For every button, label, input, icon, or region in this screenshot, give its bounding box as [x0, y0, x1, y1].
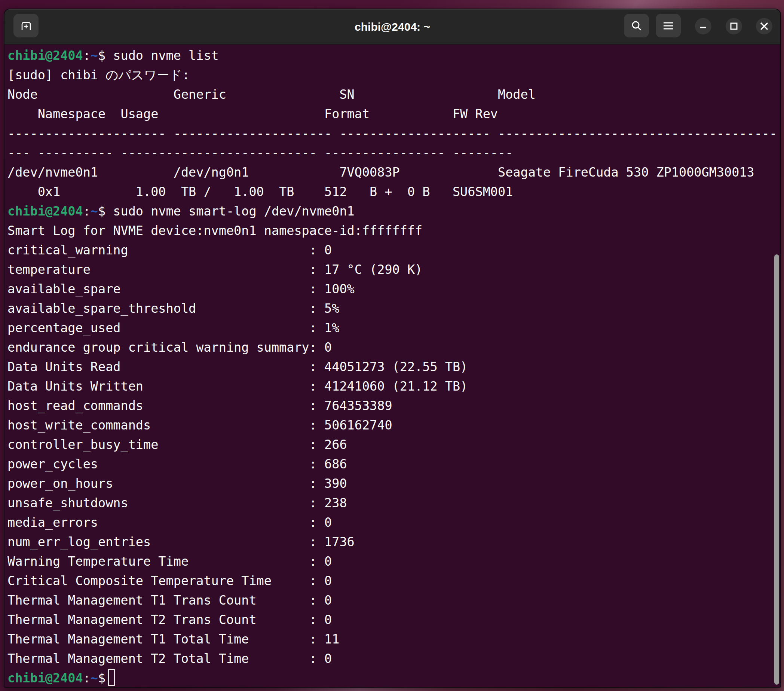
- terminal-line: Data Units Read : 44051273 (22.55 TB): [8, 357, 780, 377]
- terminal-text: temperature : 17 °C (290 K): [8, 262, 422, 277]
- terminal-text: available_spare_threshold : 5%: [8, 301, 339, 316]
- terminal-line: host_read_commands : 764353389: [8, 396, 780, 416]
- terminal-line: media_errors : 0: [8, 513, 780, 533]
- terminal-text: host_write_commands : 506162740: [8, 418, 392, 432]
- terminal-text: Warning Temperature Time : 0: [8, 554, 332, 569]
- terminal-text: $ sudo nvme list: [98, 48, 219, 63]
- terminal-line: Thermal Management T2 Total Time : 0: [8, 649, 780, 668]
- terminal-text: $ sudo nvme smart-log /dev/nvme0n1: [98, 204, 354, 218]
- terminal-window: chibi@2404: ~: [4, 8, 781, 688]
- close-icon: [759, 21, 769, 31]
- terminal-line: Data Units Written : 41241060 (21.12 TB): [8, 377, 780, 396]
- maximize-icon: [729, 21, 739, 31]
- terminal-line: available_spare_threshold : 5%: [8, 299, 780, 318]
- scrollbar-thumb[interactable]: [774, 254, 779, 684]
- menu-button[interactable]: [656, 14, 681, 38]
- maximize-button[interactable]: [726, 18, 742, 35]
- terminal-text: :: [83, 48, 91, 63]
- terminal-text: Smart Log for NVME device:nvme0n1 namesp…: [8, 223, 422, 238]
- terminal-text: Thermal Management T1 Total Time : 11: [8, 632, 339, 646]
- terminal-line: Warning Temperature Time : 0: [8, 552, 780, 571]
- terminal-text: ~: [91, 671, 98, 685]
- terminal-line: available_spare : 100%: [8, 279, 780, 299]
- terminal-line: num_err_log_entries : 1736: [8, 533, 780, 552]
- terminal-text: Node Generic SN Model: [8, 87, 535, 102]
- terminal-line: Thermal Management T1 Trans Count : 0: [8, 591, 780, 610]
- terminal-text: --- ---------- -------------------------…: [8, 145, 513, 160]
- terminal-text: percentage_used : 1%: [8, 321, 339, 335]
- terminal-text: ~: [91, 204, 98, 218]
- terminal-text: Critical Composite Temperature Time : 0: [8, 574, 332, 588]
- terminal-text: [sudo] chibi のパスワード:: [8, 68, 189, 82]
- terminal-text: /dev/nvme0n1 /dev/ng0n1 7VQ0083P Seagate…: [8, 165, 754, 180]
- terminal-text: :: [83, 204, 91, 218]
- terminal-line: endurance group critical warning summary…: [8, 338, 780, 357]
- terminal-text: Data Units Read : 44051273 (22.55 TB): [8, 360, 468, 374]
- terminal-text: endurance group critical warning summary…: [8, 340, 332, 355]
- desktop-wallpaper: { "window": { "title": "chibi@2404: ~" }…: [0, 0, 784, 691]
- titlebar[interactable]: chibi@2404: ~: [5, 9, 780, 45]
- terminal-line: Thermal Management T2 Trans Count : 0: [8, 610, 780, 630]
- terminal-line: /dev/nvme0n1 /dev/ng0n1 7VQ0083P Seagate…: [8, 163, 780, 182]
- terminal-text: Thermal Management T2 Trans Count : 0: [8, 612, 332, 627]
- menu-icon: [662, 20, 674, 32]
- terminal-content[interactable]: chibi@2404:~$ sudo nvme list[sudo] chibi…: [5, 45, 780, 687]
- search-icon: [631, 20, 642, 32]
- minimize-icon: [698, 21, 708, 31]
- terminal-text: --------------------- ------------------…: [8, 126, 777, 141]
- terminal-line: Critical Composite Temperature Time : 0: [8, 571, 780, 591]
- terminal-line: power_cycles : 686: [8, 455, 780, 474]
- terminal-line: chibi@2404:~$ sudo nvme list: [8, 46, 780, 66]
- terminal-text: ~: [91, 48, 98, 63]
- terminal-text: num_err_log_entries : 1736: [8, 534, 354, 549]
- terminal-text: available_spare : 100%: [8, 282, 354, 296]
- terminal-line: controller_busy_time : 266: [8, 435, 780, 455]
- terminal-line: Node Generic SN Model: [8, 85, 780, 104]
- terminal-text: critical_warning : 0: [8, 243, 332, 257]
- close-button[interactable]: [756, 18, 772, 35]
- terminal-line: 0x1 1.00 TB / 1.00 TB 512 B + 0 B SU6SM0…: [8, 182, 780, 202]
- terminal-text: 0x1 1.00 TB / 1.00 TB 512 B + 0 B SU6SM0…: [8, 185, 513, 199]
- terminal-line: [sudo] chibi のパスワード:: [8, 66, 780, 85]
- terminal-text: Thermal Management T1 Trans Count : 0: [8, 593, 332, 608]
- terminal-text: $: [98, 671, 105, 685]
- terminal-line: power_on_hours : 390: [8, 474, 780, 493]
- terminal-line: percentage_used : 1%: [8, 318, 780, 338]
- terminal-text: :: [83, 671, 91, 685]
- terminal-line: chibi@2404:~$: [8, 668, 780, 687]
- terminal-text: chibi@2404: [8, 204, 83, 218]
- terminal-line: --- ---------- -------------------------…: [8, 143, 780, 163]
- search-button[interactable]: [624, 14, 649, 38]
- terminal-line: --------------------- ------------------…: [8, 124, 780, 143]
- terminal-text: Data Units Written : 41241060 (21.12 TB): [8, 379, 468, 394]
- terminal-text: host_read_commands : 764353389: [8, 398, 392, 413]
- terminal-text: controller_busy_time : 266: [8, 437, 347, 452]
- terminal-line: Namespace Usage Format FW Rev: [8, 104, 780, 124]
- terminal-line: host_write_commands : 506162740: [8, 416, 780, 435]
- terminal-line: Smart Log for NVME device:nvme0n1 namesp…: [8, 221, 780, 241]
- terminal-text: Namespace Usage Format FW Rev: [8, 107, 498, 121]
- terminal-text: media_errors : 0: [8, 515, 332, 530]
- terminal-text: power_on_hours : 390: [8, 476, 347, 491]
- terminal-cursor: [108, 669, 115, 686]
- terminal-text: unsafe_shutdowns : 238: [8, 496, 347, 510]
- terminal-line: critical_warning : 0: [8, 241, 780, 260]
- minimize-button[interactable]: [695, 18, 712, 35]
- terminal-text: Thermal Management T2 Total Time : 0: [8, 651, 332, 666]
- terminal-text: chibi@2404: [8, 671, 83, 685]
- terminal-line: temperature : 17 °C (290 K): [8, 260, 780, 279]
- terminal-line: Thermal Management T1 Total Time : 11: [8, 630, 780, 649]
- terminal-line: chibi@2404:~$ sudo nvme smart-log /dev/n…: [8, 202, 780, 221]
- terminal-text: power_cycles : 686: [8, 457, 347, 472]
- terminal-text: chibi@2404: [8, 48, 83, 63]
- terminal-line: unsafe_shutdowns : 238: [8, 493, 780, 513]
